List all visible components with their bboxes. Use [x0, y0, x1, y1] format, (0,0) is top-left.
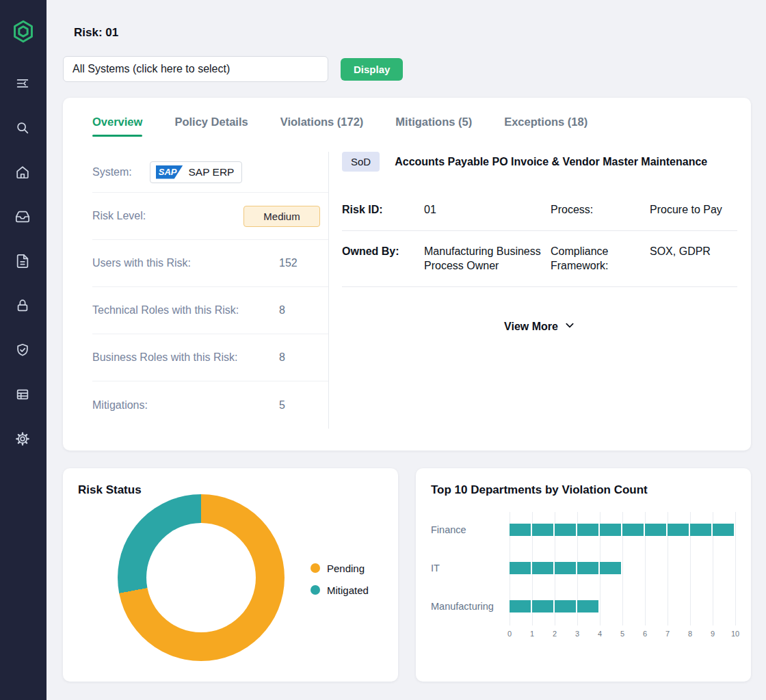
search-nav-button[interactable]: [15, 120, 31, 136]
lock-nav-button[interactable]: [15, 297, 31, 314]
stat-row-technical-roles: Technical Roles with this Risk: 8: [92, 287, 328, 334]
chevron-down-icon: [564, 320, 575, 334]
field-value: Procure to Pay: [650, 202, 737, 217]
system-select[interactable]: All Systems (click here to select): [63, 56, 328, 82]
x-tick-label: 6: [643, 630, 647, 638]
overview-panel: System: SAP SAP ERP Risk Level: Medium U…: [92, 152, 737, 429]
system-label: System:: [92, 166, 132, 178]
stat-row-business-roles: Business Roles with this Risk: 8: [92, 334, 328, 381]
tab-policy-details[interactable]: Policy Details: [174, 116, 248, 137]
view-more-label: View More: [504, 321, 558, 333]
detail-row: Risk ID: 01 Process: Procure to Pay: [342, 189, 737, 231]
display-button[interactable]: Display: [341, 58, 403, 81]
detail-header: SoD Accounts Payable PO Invoice & Vendor…: [342, 152, 737, 172]
charts-row: Risk Status PendingMitigated Top 10 Depa…: [63, 468, 751, 682]
legend-item: Pending: [311, 563, 369, 574]
app-root: Risk: 01 All Systems (click here to sele…: [0, 0, 766, 700]
x-tick-label: 8: [688, 630, 692, 638]
field-value: SOX, GDPR: [650, 244, 737, 273]
category-label: IT: [431, 563, 510, 574]
sap-logo: SAP: [156, 165, 183, 179]
stat-row-users: Users with this Risk: 152: [92, 240, 328, 287]
system-row: System: SAP SAP ERP: [92, 152, 328, 193]
departments-bar-chart: FinanceITManufacturing 012345678910: [431, 511, 736, 641]
tab-mitigations-5[interactable]: Mitigations (5): [395, 116, 472, 137]
x-tick-label: 4: [598, 630, 602, 638]
home-nav-button[interactable]: [15, 164, 31, 180]
x-tick-label: 10: [731, 630, 739, 638]
brand-hexagon-logo: [11, 19, 36, 44]
bar-row: Finance: [431, 511, 736, 549]
risk-level-badge: Medium: [243, 206, 320, 227]
x-tick-label: 0: [507, 630, 512, 638]
inbox-nav-button[interactable]: [15, 208, 31, 225]
legend-label: Pending: [327, 563, 365, 574]
shield-check-icon: [15, 342, 31, 358]
x-tick-label: 3: [575, 630, 579, 638]
system-badge: SAP SAP ERP: [150, 161, 243, 183]
settings-gear-icon: [15, 431, 31, 446]
risk-title: Accounts Payable PO Invoice & Vendor Mas…: [395, 156, 707, 168]
table-nav-button[interactable]: [15, 386, 31, 403]
table-icon: [15, 387, 31, 402]
field-label: Risk ID:: [342, 202, 424, 217]
bar-manufacturing: [510, 600, 598, 612]
lock-icon: [15, 298, 31, 313]
detail-table: Risk ID: 01 Process: Procure to Pay Owne…: [342, 189, 737, 287]
risk-level-label: Risk Level:: [92, 210, 146, 222]
category-label: Manufacturing: [431, 601, 510, 612]
x-tick-label: 5: [620, 630, 624, 638]
bar-row: IT: [431, 549, 736, 587]
search-icon: [15, 120, 31, 135]
stat-value: 8: [279, 304, 285, 317]
departments-chart-title: Top 10 Departments by Violation Count: [431, 483, 736, 497]
tab-overview[interactable]: Overview: [92, 116, 142, 137]
detail-row: Owned By: Manufacturing Business Process…: [342, 231, 737, 287]
inbox-icon: [15, 209, 31, 224]
collapse-sidebar-button[interactable]: [15, 75, 31, 92]
stat-label: Technical Roles with this Risk:: [92, 304, 239, 317]
page-title: Risk: 01: [74, 26, 751, 40]
sidebar-nav: [15, 75, 31, 447]
x-tick-label: 1: [530, 630, 534, 638]
donut-chart-area: PendingMitigated: [78, 497, 383, 661]
document-nav-button[interactable]: [15, 253, 31, 269]
departments-card: Top 10 Departments by Violation Count Fi…: [416, 468, 751, 682]
field-label: Process:: [551, 202, 650, 217]
system-select-value: All Systems (click here to select): [72, 63, 230, 75]
risk-detail-column: SoD Accounts Payable PO Invoice & Vendor…: [329, 152, 737, 429]
sidebar: [0, 0, 47, 700]
field-label: Owned By:: [342, 244, 424, 273]
main-content: Risk: 01 All Systems (click here to sele…: [47, 0, 766, 700]
stat-value: 152: [279, 257, 298, 269]
chart-legend: PendingMitigated: [311, 563, 369, 596]
tabs: OverviewPolicy DetailsViolations (172)Mi…: [92, 116, 737, 137]
category-label: Finance: [431, 524, 510, 535]
stat-value: 8: [279, 351, 285, 364]
bar-finance: [510, 524, 734, 536]
field-value: 01: [424, 202, 551, 217]
view-more-button[interactable]: View More: [342, 320, 737, 334]
settings-nav-button[interactable]: [15, 431, 31, 447]
tab-violations-172[interactable]: Violations (172): [280, 116, 364, 137]
bar-rows: FinanceITManufacturing: [431, 511, 736, 625]
shield-nav-button[interactable]: [15, 342, 31, 358]
risk-status-card: Risk Status PendingMitigated: [63, 468, 398, 682]
tab-exceptions-18[interactable]: Exceptions (18): [504, 116, 587, 137]
risk-status-title: Risk Status: [78, 483, 383, 497]
legend-label: Mitigated: [327, 584, 369, 596]
risk-level-row: Risk Level: Medium: [92, 193, 328, 240]
bar-it: [510, 562, 621, 574]
risk-summary-column: System: SAP SAP ERP Risk Level: Medium U…: [92, 152, 329, 429]
stat-value: 5: [279, 399, 285, 412]
legend-item: Mitigated: [311, 584, 369, 596]
x-tick-label: 7: [665, 630, 670, 638]
x-axis-ticks: 012345678910: [510, 630, 736, 641]
field-label: Compliance Framework:: [551, 244, 650, 273]
risk-status-donut-chart: [118, 494, 285, 661]
field-value: Manufacturing Business Process Owner: [424, 244, 551, 273]
stat-label: Business Roles with this Risk:: [92, 351, 238, 364]
sod-badge: SoD: [342, 152, 380, 172]
stat-label: Users with this Risk:: [92, 257, 191, 269]
legend-dot: [311, 585, 320, 595]
